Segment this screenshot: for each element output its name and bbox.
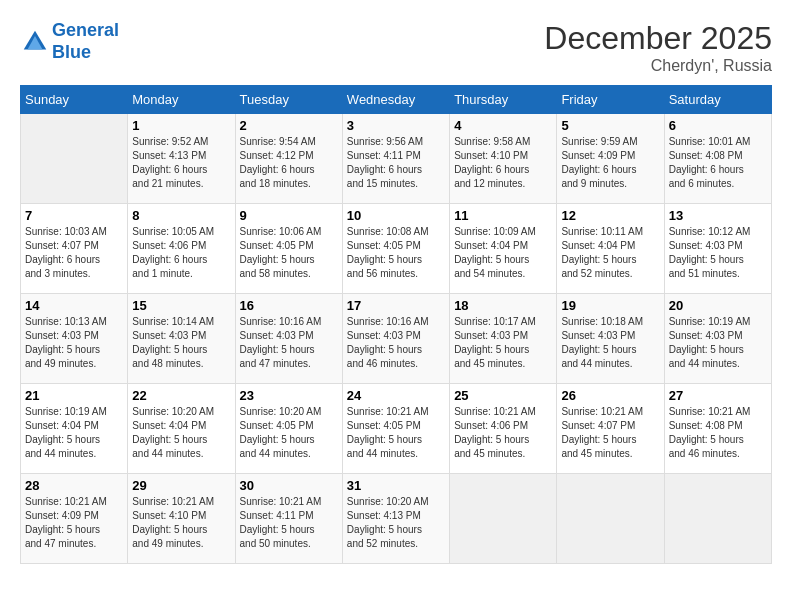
calendar-cell: 17Sunrise: 10:16 AMSunset: 4:03 PMDaylig…	[342, 294, 449, 384]
calendar-cell: 15Sunrise: 10:14 AMSunset: 4:03 PMDaylig…	[128, 294, 235, 384]
day-info: Sunrise: 9:52 AMSunset: 4:13 PMDaylight:…	[132, 135, 230, 191]
calendar-cell: 14Sunrise: 10:13 AMSunset: 4:03 PMDaylig…	[21, 294, 128, 384]
weekday-header-thursday: Thursday	[450, 86, 557, 114]
day-info: Sunrise: 10:18 AMSunset: 4:03 PMDaylight…	[561, 315, 659, 371]
day-number: 5	[561, 118, 659, 133]
calendar-cell: 9Sunrise: 10:06 AMSunset: 4:05 PMDayligh…	[235, 204, 342, 294]
day-number: 21	[25, 388, 123, 403]
weekday-header-sunday: Sunday	[21, 86, 128, 114]
day-info: Sunrise: 10:20 AMSunset: 4:04 PMDaylight…	[132, 405, 230, 461]
calendar-cell: 26Sunrise: 10:21 AMSunset: 4:07 PMDaylig…	[557, 384, 664, 474]
title-block: December 2025 Cherdyn', Russia	[544, 20, 772, 75]
week-row-3: 14Sunrise: 10:13 AMSunset: 4:03 PMDaylig…	[21, 294, 772, 384]
weekday-header-friday: Friday	[557, 86, 664, 114]
calendar-cell: 28Sunrise: 10:21 AMSunset: 4:09 PMDaylig…	[21, 474, 128, 564]
day-info: Sunrise: 10:20 AMSunset: 4:05 PMDaylight…	[240, 405, 338, 461]
day-info: Sunrise: 10:05 AMSunset: 4:06 PMDaylight…	[132, 225, 230, 281]
logo-text: GeneralBlue	[52, 20, 119, 63]
calendar-cell: 21Sunrise: 10:19 AMSunset: 4:04 PMDaylig…	[21, 384, 128, 474]
day-info: Sunrise: 10:19 AMSunset: 4:04 PMDaylight…	[25, 405, 123, 461]
calendar-cell: 31Sunrise: 10:20 AMSunset: 4:13 PMDaylig…	[342, 474, 449, 564]
day-info: Sunrise: 9:56 AMSunset: 4:11 PMDaylight:…	[347, 135, 445, 191]
day-info: Sunrise: 10:21 AMSunset: 4:07 PMDaylight…	[561, 405, 659, 461]
day-number: 24	[347, 388, 445, 403]
calendar-cell: 8Sunrise: 10:05 AMSunset: 4:06 PMDayligh…	[128, 204, 235, 294]
day-info: Sunrise: 9:58 AMSunset: 4:10 PMDaylight:…	[454, 135, 552, 191]
day-number: 6	[669, 118, 767, 133]
calendar-cell: 18Sunrise: 10:17 AMSunset: 4:03 PMDaylig…	[450, 294, 557, 384]
week-row-2: 7Sunrise: 10:03 AMSunset: 4:07 PMDayligh…	[21, 204, 772, 294]
day-number: 27	[669, 388, 767, 403]
day-info: Sunrise: 10:16 AMSunset: 4:03 PMDaylight…	[347, 315, 445, 371]
logo: GeneralBlue	[20, 20, 119, 63]
calendar-cell: 5Sunrise: 9:59 AMSunset: 4:09 PMDaylight…	[557, 114, 664, 204]
day-number: 20	[669, 298, 767, 313]
day-number: 13	[669, 208, 767, 223]
day-number: 19	[561, 298, 659, 313]
day-info: Sunrise: 10:20 AMSunset: 4:13 PMDaylight…	[347, 495, 445, 551]
calendar-cell	[21, 114, 128, 204]
calendar-cell: 13Sunrise: 10:12 AMSunset: 4:03 PMDaylig…	[664, 204, 771, 294]
day-number: 23	[240, 388, 338, 403]
day-info: Sunrise: 10:21 AMSunset: 4:06 PMDaylight…	[454, 405, 552, 461]
day-info: Sunrise: 10:17 AMSunset: 4:03 PMDaylight…	[454, 315, 552, 371]
day-number: 15	[132, 298, 230, 313]
day-info: Sunrise: 10:21 AMSunset: 4:05 PMDaylight…	[347, 405, 445, 461]
calendar-cell: 30Sunrise: 10:21 AMSunset: 4:11 PMDaylig…	[235, 474, 342, 564]
day-info: Sunrise: 10:01 AMSunset: 4:08 PMDaylight…	[669, 135, 767, 191]
day-info: Sunrise: 9:59 AMSunset: 4:09 PMDaylight:…	[561, 135, 659, 191]
calendar-cell: 10Sunrise: 10:08 AMSunset: 4:05 PMDaylig…	[342, 204, 449, 294]
day-info: Sunrise: 10:11 AMSunset: 4:04 PMDaylight…	[561, 225, 659, 281]
calendar-cell: 24Sunrise: 10:21 AMSunset: 4:05 PMDaylig…	[342, 384, 449, 474]
calendar-cell: 2Sunrise: 9:54 AMSunset: 4:12 PMDaylight…	[235, 114, 342, 204]
day-number: 12	[561, 208, 659, 223]
day-number: 8	[132, 208, 230, 223]
day-info: Sunrise: 10:21 AMSunset: 4:10 PMDaylight…	[132, 495, 230, 551]
day-number: 30	[240, 478, 338, 493]
calendar-cell: 16Sunrise: 10:16 AMSunset: 4:03 PMDaylig…	[235, 294, 342, 384]
calendar-cell: 7Sunrise: 10:03 AMSunset: 4:07 PMDayligh…	[21, 204, 128, 294]
day-info: Sunrise: 10:06 AMSunset: 4:05 PMDaylight…	[240, 225, 338, 281]
day-number: 16	[240, 298, 338, 313]
calendar-cell: 23Sunrise: 10:20 AMSunset: 4:05 PMDaylig…	[235, 384, 342, 474]
weekday-header-saturday: Saturday	[664, 86, 771, 114]
weekday-header-monday: Monday	[128, 86, 235, 114]
day-info: Sunrise: 10:14 AMSunset: 4:03 PMDaylight…	[132, 315, 230, 371]
day-number: 2	[240, 118, 338, 133]
day-number: 7	[25, 208, 123, 223]
calendar-cell: 6Sunrise: 10:01 AMSunset: 4:08 PMDayligh…	[664, 114, 771, 204]
day-info: Sunrise: 10:12 AMSunset: 4:03 PMDaylight…	[669, 225, 767, 281]
day-number: 29	[132, 478, 230, 493]
day-info: Sunrise: 10:19 AMSunset: 4:03 PMDaylight…	[669, 315, 767, 371]
calendar-cell: 4Sunrise: 9:58 AMSunset: 4:10 PMDaylight…	[450, 114, 557, 204]
day-info: Sunrise: 9:54 AMSunset: 4:12 PMDaylight:…	[240, 135, 338, 191]
calendar-cell: 11Sunrise: 10:09 AMSunset: 4:04 PMDaylig…	[450, 204, 557, 294]
day-info: Sunrise: 10:09 AMSunset: 4:04 PMDaylight…	[454, 225, 552, 281]
logo-icon	[20, 27, 50, 57]
calendar-cell	[450, 474, 557, 564]
calendar-cell: 29Sunrise: 10:21 AMSunset: 4:10 PMDaylig…	[128, 474, 235, 564]
day-number: 11	[454, 208, 552, 223]
day-info: Sunrise: 10:21 AMSunset: 4:11 PMDaylight…	[240, 495, 338, 551]
calendar-cell: 27Sunrise: 10:21 AMSunset: 4:08 PMDaylig…	[664, 384, 771, 474]
weekday-header-tuesday: Tuesday	[235, 86, 342, 114]
calendar-cell	[557, 474, 664, 564]
calendar-cell: 20Sunrise: 10:19 AMSunset: 4:03 PMDaylig…	[664, 294, 771, 384]
day-number: 3	[347, 118, 445, 133]
day-info: Sunrise: 10:03 AMSunset: 4:07 PMDaylight…	[25, 225, 123, 281]
day-number: 28	[25, 478, 123, 493]
calendar-table: SundayMondayTuesdayWednesdayThursdayFrid…	[20, 85, 772, 564]
day-info: Sunrise: 10:08 AMSunset: 4:05 PMDaylight…	[347, 225, 445, 281]
day-info: Sunrise: 10:16 AMSunset: 4:03 PMDaylight…	[240, 315, 338, 371]
month-title: December 2025	[544, 20, 772, 57]
calendar-cell	[664, 474, 771, 564]
day-number: 9	[240, 208, 338, 223]
calendar-cell: 25Sunrise: 10:21 AMSunset: 4:06 PMDaylig…	[450, 384, 557, 474]
calendar-cell: 3Sunrise: 9:56 AMSunset: 4:11 PMDaylight…	[342, 114, 449, 204]
calendar-cell: 1Sunrise: 9:52 AMSunset: 4:13 PMDaylight…	[128, 114, 235, 204]
day-number: 17	[347, 298, 445, 313]
day-number: 26	[561, 388, 659, 403]
week-row-1: 1Sunrise: 9:52 AMSunset: 4:13 PMDaylight…	[21, 114, 772, 204]
day-info: Sunrise: 10:21 AMSunset: 4:09 PMDaylight…	[25, 495, 123, 551]
calendar-cell: 19Sunrise: 10:18 AMSunset: 4:03 PMDaylig…	[557, 294, 664, 384]
